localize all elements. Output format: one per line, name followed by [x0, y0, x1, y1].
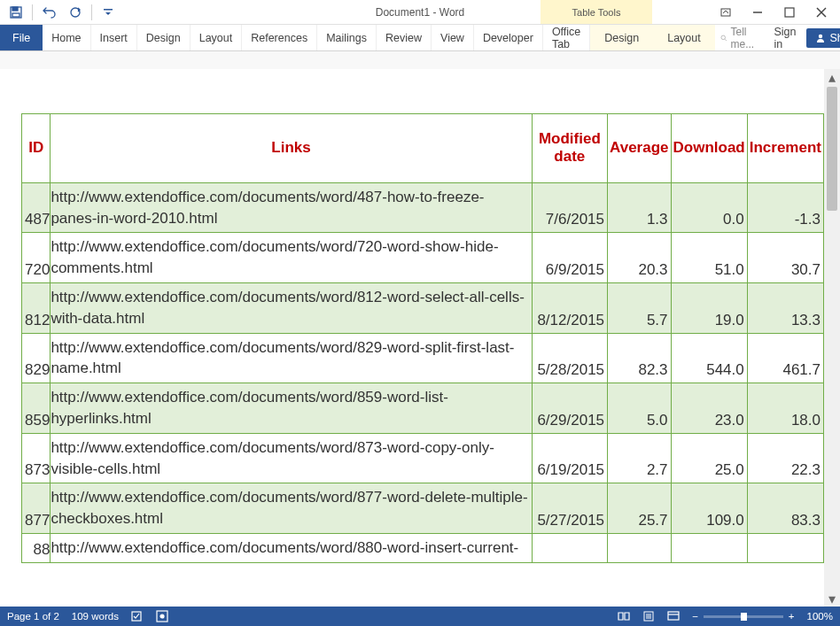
web-layout-icon[interactable]: [667, 610, 680, 622]
table-cell[interactable]: 23.0: [671, 383, 747, 434]
document-content[interactable]: ID Links Modified date Average Download …: [0, 69, 824, 607]
print-layout-icon[interactable]: [642, 610, 655, 622]
data-table[interactable]: ID Links Modified date Average Download …: [21, 113, 824, 563]
table-cell[interactable]: 859: [22, 383, 51, 434]
table-cell[interactable]: 544.0: [671, 333, 747, 383]
table-cell[interactable]: 20.3: [608, 233, 671, 283]
table-cell[interactable]: 30.7: [747, 233, 823, 283]
table-cell[interactable]: 88: [22, 533, 51, 562]
table-cell[interactable]: 1.3: [608, 182, 671, 233]
table-row[interactable]: 877http://www.extendoffice.com/documents…: [22, 483, 824, 534]
vertical-scrollbar[interactable]: ▴ ▾: [824, 69, 840, 607]
share-button[interactable]: Share: [806, 28, 840, 48]
header-id[interactable]: ID: [22, 114, 51, 183]
zoom-slider[interactable]: − +: [692, 611, 794, 622]
table-cell[interactable]: http://www.extendoffice.com/documents/wo…: [51, 282, 532, 333]
zoom-in-button[interactable]: +: [789, 611, 795, 622]
table-cell[interactable]: 13.3: [747, 282, 823, 333]
ribbon-options-button[interactable]: [711, 2, 741, 23]
table-cell[interactable]: http://www.extendoffice.com/documents/wo…: [51, 182, 532, 233]
table-cell[interactable]: 829: [22, 333, 51, 383]
table-cell[interactable]: http://www.extendoffice.com/documents/wo…: [51, 333, 532, 383]
minimize-button[interactable]: [743, 2, 773, 23]
table-cell[interactable]: 25.0: [671, 433, 747, 483]
table-cell[interactable]: 461.7: [747, 333, 823, 383]
table-cell[interactable]: http://www.extendoffice.com/documents/wo…: [51, 383, 532, 434]
header-download[interactable]: Download: [671, 114, 747, 183]
scroll-up-button[interactable]: ▴: [824, 69, 840, 85]
table-cell[interactable]: 22.3: [747, 433, 823, 483]
table-row[interactable]: 720http://www.extendoffice.com/documents…: [22, 233, 824, 283]
zoom-track[interactable]: [704, 615, 783, 618]
tab-design[interactable]: Design: [137, 25, 191, 50]
table-row[interactable]: 829http://www.extendoffice.com/documents…: [22, 333, 824, 383]
tab-mailings[interactable]: Mailings: [317, 25, 377, 50]
table-cell[interactable]: [747, 533, 823, 562]
table-cell[interactable]: 6/9/2015: [532, 233, 607, 283]
ruler[interactable]: [0, 51, 840, 69]
table-cell[interactable]: -1.3: [747, 182, 823, 233]
table-cell[interactable]: 877: [22, 483, 51, 534]
save-button[interactable]: [4, 2, 28, 23]
table-row[interactable]: 487http://www.extendoffice.com/documents…: [22, 182, 824, 233]
table-cell[interactable]: 18.0: [747, 383, 823, 434]
close-button[interactable]: [806, 2, 836, 23]
word-count[interactable]: 109 words: [72, 611, 119, 622]
table-cell[interactable]: 2.7: [608, 433, 671, 483]
table-cell[interactable]: http://www.extendoffice.com/documents/wo…: [51, 483, 532, 534]
header-average[interactable]: Average: [608, 114, 671, 183]
file-tab[interactable]: File: [0, 25, 43, 50]
tab-table-layout[interactable]: Layout: [653, 25, 715, 50]
table-row[interactable]: 873http://www.extendoffice.com/documents…: [22, 433, 824, 483]
tab-view[interactable]: View: [432, 25, 474, 50]
table-cell[interactable]: 109.0: [671, 483, 747, 534]
macro-recording-icon[interactable]: [156, 610, 168, 622]
scroll-down-button[interactable]: ▾: [824, 591, 840, 607]
table-row[interactable]: 859http://www.extendoffice.com/documents…: [22, 383, 824, 434]
tab-layout[interactable]: Layout: [191, 25, 243, 50]
table-row[interactable]: 812http://www.extendoffice.com/documents…: [22, 282, 824, 333]
table-cell[interactable]: 812: [22, 282, 51, 333]
table-cell[interactable]: http://www.extendoffice.com/documents/wo…: [51, 433, 532, 483]
table-cell[interactable]: 8/12/2015: [532, 282, 607, 333]
tab-office-tab[interactable]: Office Tab: [543, 25, 590, 50]
tab-developer[interactable]: Developer: [474, 25, 543, 50]
table-cell[interactable]: 0.0: [671, 182, 747, 233]
table-cell[interactable]: 5/28/2015: [532, 333, 607, 383]
table-cell[interactable]: 7/6/2015: [532, 182, 607, 233]
tab-home[interactable]: Home: [43, 25, 90, 50]
redo-button[interactable]: [63, 2, 88, 23]
scroll-thumb[interactable]: [827, 87, 837, 211]
zoom-thumb[interactable]: [741, 613, 747, 621]
table-cell[interactable]: 25.7: [608, 483, 671, 534]
table-cell[interactable]: http://www.extendoffice.com/documents/wo…: [51, 533, 532, 562]
header-modified[interactable]: Modified date: [532, 114, 607, 183]
table-cell[interactable]: 19.0: [671, 282, 747, 333]
tab-references[interactable]: References: [242, 25, 317, 50]
table-cell[interactable]: 6/19/2015: [532, 433, 607, 483]
page-indicator[interactable]: Page 1 of 2: [7, 611, 59, 622]
table-cell[interactable]: 5/27/2015: [532, 483, 607, 534]
maximize-button[interactable]: [774, 2, 805, 23]
header-links[interactable]: Links: [51, 114, 532, 183]
table-cell[interactable]: 5.0: [608, 383, 671, 434]
zoom-level[interactable]: 100%: [807, 611, 833, 622]
tab-review[interactable]: Review: [377, 25, 432, 50]
undo-button[interactable]: [36, 2, 61, 23]
table-cell[interactable]: [608, 533, 671, 562]
table-cell[interactable]: http://www.extendoffice.com/documents/wo…: [51, 233, 532, 283]
table-cell[interactable]: 487: [22, 182, 51, 233]
read-mode-icon[interactable]: [618, 610, 630, 622]
tab-insert[interactable]: Insert: [91, 25, 137, 50]
table-cell[interactable]: [671, 533, 747, 562]
zoom-out-button[interactable]: −: [692, 611, 698, 622]
table-row[interactable]: 88http://www.extendoffice.com/documents/…: [22, 533, 824, 562]
tab-table-design[interactable]: Design: [590, 25, 653, 50]
table-cell[interactable]: [532, 533, 607, 562]
signin-button[interactable]: Sign in: [766, 26, 803, 50]
spellcheck-icon[interactable]: [131, 610, 144, 622]
table-cell[interactable]: 873: [22, 433, 51, 483]
header-increment[interactable]: Increment: [747, 114, 823, 183]
qat-customize-button[interactable]: [96, 2, 121, 23]
table-cell[interactable]: 82.3: [608, 333, 671, 383]
